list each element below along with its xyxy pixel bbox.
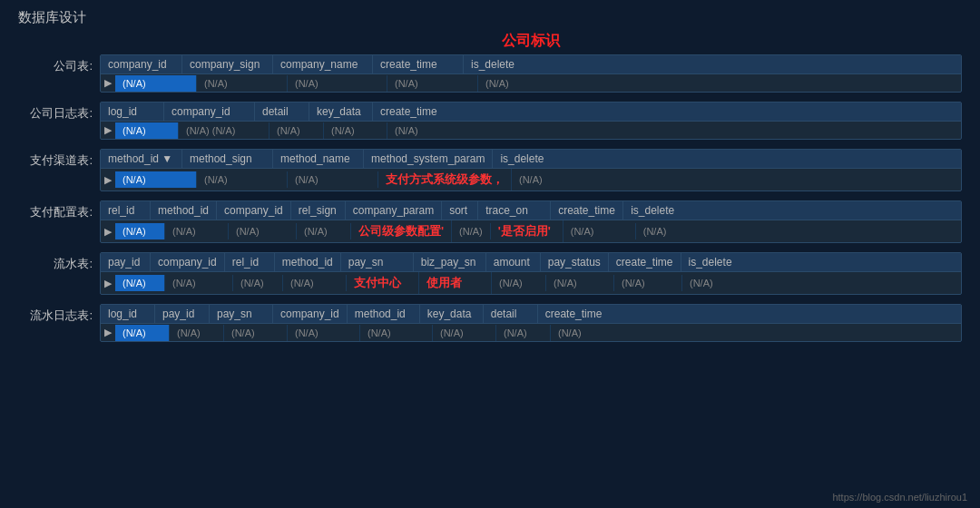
table-cell: (N/A)	[546, 275, 614, 291]
db-table: log_idpay_idpay_sncompany_idmethod_idkey…	[100, 304, 962, 342]
column-header: company_param	[346, 201, 442, 220]
column-header: is_delete	[681, 253, 740, 271]
table-cell: 使用者	[419, 272, 492, 294]
table-cell: (N/A)	[115, 171, 197, 188]
column-header: is_delete	[493, 150, 565, 168]
table-cell: (N/A)	[492, 275, 546, 291]
table-cell: (N/A)	[283, 275, 347, 291]
table-cell: 支付方式系统级参数，	[378, 169, 512, 190]
table-cell: (N/A)	[496, 325, 551, 341]
column-header: method_id ▼	[101, 150, 182, 168]
table-cell: (N/A)	[297, 223, 351, 239]
column-header: rel_sign	[291, 201, 346, 220]
column-header: method_id	[275, 253, 341, 271]
column-header: company_id	[273, 305, 348, 323]
table-cell: '是否启用'	[491, 220, 564, 242]
table-cell: (N/A)	[636, 223, 695, 239]
column-header: company_name	[273, 55, 373, 73]
table-cell: (N/A)	[224, 325, 288, 341]
table-cell: (N/A)	[512, 171, 584, 188]
column-header: company_id	[151, 253, 225, 271]
table-label: 支付渠道表:	[18, 149, 100, 169]
column-header: company_sign	[182, 55, 273, 73]
column-header: method_name	[273, 150, 364, 168]
column-header: create_time	[551, 201, 623, 220]
column-header: key_data	[420, 305, 484, 323]
table-cell: (N/A)	[115, 325, 170, 341]
column-header: pay_id	[101, 253, 151, 271]
row-arrow-icon: ▶	[101, 223, 115, 240]
row-arrow-icon: ▶	[101, 74, 115, 92]
column-header: rel_id	[225, 253, 275, 271]
table-label: 公司表:	[18, 54, 100, 74]
table-cell: (N/A)	[115, 275, 165, 291]
table-label: 流水表:	[18, 252, 100, 272]
table-cell: (N/A)	[197, 171, 288, 188]
column-header: pay_status	[541, 253, 609, 271]
column-header: pay_id	[155, 305, 210, 323]
column-header: detail	[484, 305, 538, 323]
db-table: log_idcompany_iddetailkey_datacreate_tim…	[100, 102, 962, 140]
column-header: company_id	[164, 103, 255, 121]
column-header: is_delete	[464, 55, 536, 73]
table-row-group: 流水表:pay_idcompany_idrel_idmethod_idpay_s…	[18, 252, 962, 295]
table-cell: (N/A)	[288, 325, 360, 341]
table-row-group: 公司表:company_idcompany_signcompany_namecr…	[18, 54, 962, 93]
column-header: method_sign	[182, 150, 273, 168]
column-header: create_time	[538, 305, 611, 323]
table-cell: (N/A)	[229, 223, 297, 239]
row-arrow-icon: ▶	[101, 324, 115, 341]
column-header: create_time	[373, 103, 455, 121]
table-cell: (N/A)	[270, 122, 324, 139]
table-cell: (N/A)	[387, 122, 469, 139]
row-arrow-icon: ▶	[101, 275, 115, 292]
table-cell: (N/A)	[115, 122, 179, 139]
table-row-group: 支付渠道表:method_id ▼method_signmethod_namem…	[18, 149, 962, 191]
footer-url: https://blog.csdn.net/liuzhirou1	[832, 492, 967, 503]
column-header: create_time	[373, 55, 464, 73]
db-table: company_idcompany_signcompany_namecreate…	[100, 54, 962, 93]
table-row-group: 流水日志表:log_idpay_idpay_sncompany_idmethod…	[18, 304, 962, 342]
table-cell: (N/A)	[564, 223, 636, 239]
column-header: biz_pay_sn	[414, 253, 486, 271]
table-cell: (N/A)	[115, 75, 197, 92]
table-cell: 公司级参数配置'	[351, 220, 452, 242]
column-header: log_id	[101, 305, 155, 323]
column-header: rel_id	[101, 201, 151, 220]
table-row-group: 支付配置表:rel_idmethod_idcompany_idrel_signc…	[18, 200, 962, 243]
row-arrow-icon: ▶	[101, 122, 115, 139]
column-header: key_data	[309, 103, 373, 121]
table-cell: (N/A)	[551, 325, 623, 341]
table-cell: (N/A)	[233, 275, 283, 291]
table-cell: 支付中心	[347, 272, 419, 294]
table-cell: (N/A)	[115, 223, 165, 239]
table-cell: (N/A)	[360, 325, 433, 341]
db-table: rel_idmethod_idcompany_idrel_signcompany…	[100, 200, 962, 243]
table-cell: (N/A) (N/A)	[179, 122, 270, 139]
column-header: log_id	[101, 103, 164, 121]
table-cell: (N/A)	[452, 223, 491, 239]
column-header: create_time	[609, 253, 681, 271]
table-cell: (N/A)	[288, 171, 378, 188]
table-cell: (N/A)	[197, 75, 288, 92]
table-row-group: 公司日志表:log_idcompany_iddetailkey_datacrea…	[18, 102, 962, 140]
table-cell: (N/A)	[387, 75, 478, 92]
table-label: 支付配置表:	[18, 200, 100, 220]
column-header: method_id	[151, 201, 217, 220]
column-header: sort	[442, 201, 478, 220]
column-header: method_id	[348, 305, 420, 323]
column-header: company_id	[217, 201, 291, 220]
table-cell: (N/A)	[478, 75, 551, 92]
column-header: pay_sn	[210, 305, 273, 323]
table-label: 流水日志表:	[18, 304, 100, 324]
column-header: pay_sn	[341, 253, 414, 271]
table-cell: (N/A)	[614, 275, 682, 291]
column-header: company_id	[101, 55, 182, 73]
column-header: amount	[486, 253, 541, 271]
column-header: method_system_param	[364, 150, 493, 168]
column-header: trace_on	[478, 201, 551, 220]
column-header: detail	[255, 103, 309, 121]
db-table: method_id ▼method_signmethod_namemethod_…	[100, 149, 962, 191]
table-cell: (N/A)	[288, 75, 387, 92]
db-table: pay_idcompany_idrel_idmethod_idpay_snbiz…	[100, 252, 962, 295]
